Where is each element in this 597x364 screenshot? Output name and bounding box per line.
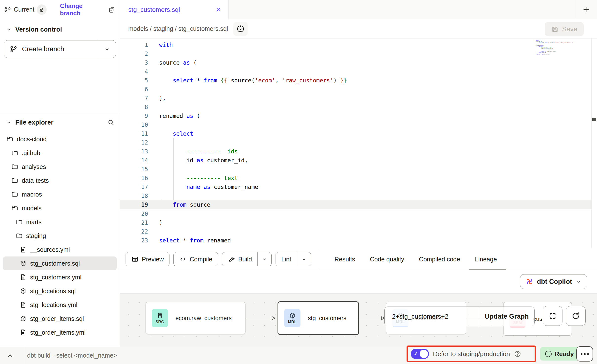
help-icon[interactable] bbox=[514, 350, 521, 358]
tree-item-analyses[interactable]: analyses bbox=[3, 160, 117, 174]
save-button[interactable]: Save bbox=[545, 22, 584, 36]
code-line-7[interactable]: 7), bbox=[120, 94, 591, 103]
code-line-20[interactable]: 20 bbox=[120, 209, 591, 218]
chevron-down-icon bbox=[261, 256, 267, 262]
indent-guide bbox=[160, 85, 160, 94]
more-options-button[interactable] bbox=[576, 346, 593, 362]
new-tab-button[interactable] bbox=[575, 0, 597, 19]
fullscreen-button[interactable] bbox=[543, 306, 562, 326]
tree-item-label: .github bbox=[22, 149, 40, 157]
editor-scrollbar[interactable] bbox=[591, 38, 597, 248]
lineage-node-source[interactable]: SRC ecom.raw_customers bbox=[146, 302, 245, 334]
scrollbar-thumb[interactable] bbox=[592, 118, 596, 121]
dbt-copilot-button[interactable]: dbt Copilot bbox=[520, 274, 587, 289]
status-ready-badge: Ready bbox=[540, 347, 579, 361]
code-line-23[interactable]: 23select * from renamed bbox=[120, 236, 591, 245]
tree-item-marts[interactable]: marts bbox=[3, 215, 117, 229]
tree-item-stg-locations-sql[interactable]: stg_locations.sql bbox=[3, 284, 117, 298]
tree-item-models[interactable]: models bbox=[3, 201, 117, 215]
code-line-6[interactable]: 6 bbox=[120, 85, 591, 94]
code-line-4[interactable]: 4 bbox=[120, 67, 591, 76]
tree-item-stg-customers-sql[interactable]: stg_customers.sql bbox=[3, 256, 117, 270]
indent-guide bbox=[173, 165, 174, 174]
lineage-canvas[interactable]: SRC ecom.raw_customers MDL stg_customers bbox=[120, 293, 597, 347]
code-line-13[interactable]: 13 ---------- ids bbox=[120, 147, 591, 156]
code-editor[interactable]: 1with23source as (45 select * from {{ so… bbox=[120, 38, 597, 248]
tab-stg-customers-sql[interactable]: stg_customers.sql bbox=[120, 0, 229, 19]
explore-gauge-icon[interactable] bbox=[233, 22, 248, 36]
close-icon[interactable] bbox=[215, 6, 222, 13]
change-branch-link[interactable]: Change branch bbox=[60, 2, 102, 17]
lock-icon bbox=[39, 7, 45, 13]
code-line-2[interactable]: 2 bbox=[120, 49, 591, 58]
code-lines[interactable]: 1with23source as (45 select * from {{ so… bbox=[120, 40, 591, 245]
preview-button[interactable]: Preview bbox=[126, 252, 169, 266]
collapse-panel-button[interactable] bbox=[6, 351, 14, 360]
build-dropdown[interactable] bbox=[257, 252, 271, 266]
search-icon[interactable] bbox=[107, 119, 115, 126]
check-icon: ✓ bbox=[414, 350, 418, 357]
tree-item-label: analyses bbox=[22, 163, 46, 170]
toggle-knob bbox=[420, 350, 428, 358]
tree-item-staging[interactable]: staging bbox=[3, 229, 117, 243]
folder-icon bbox=[11, 163, 18, 170]
code-line-15[interactable]: 15 bbox=[120, 165, 591, 174]
tab-compiled-code[interactable]: Compiled code bbox=[419, 248, 460, 270]
minimap[interactable]: withsource as ( select * from {{ source(… bbox=[536, 40, 588, 56]
code-line-21[interactable]: 21) bbox=[120, 218, 591, 227]
update-graph-button[interactable]: Update Graph bbox=[479, 307, 534, 326]
lint-dropdown[interactable] bbox=[297, 252, 311, 266]
tree-item-stg-order-items-yml[interactable]: stg_order_items.yml bbox=[3, 326, 117, 339]
doc-icon bbox=[20, 329, 27, 336]
defer-toggle-label: Defer to staging/production bbox=[433, 350, 510, 358]
defer-annotation-box: ✓ Defer to staging/production bbox=[407, 346, 536, 362]
tree-item-stg-order-items-sql[interactable]: stg_order_items.sql bbox=[3, 312, 117, 326]
code-icon bbox=[179, 255, 187, 263]
code-line-16[interactable]: 16 ---------- text bbox=[120, 174, 591, 182]
src-badge: SRC bbox=[152, 309, 168, 327]
chevron-down-icon[interactable] bbox=[6, 120, 12, 126]
lineage-selector-input[interactable]: 2+stg_customers+2 bbox=[385, 307, 479, 326]
code-line-17[interactable]: 17 name as customer_name bbox=[120, 182, 591, 191]
tab-code-quality[interactable]: Code quality bbox=[370, 248, 404, 270]
copy-branch-icon[interactable] bbox=[108, 6, 115, 13]
tree-item--sources-yml[interactable]: __sources.yml bbox=[3, 243, 117, 256]
tab-results[interactable]: Results bbox=[335, 248, 355, 270]
file-explorer-title: File explorer bbox=[15, 119, 104, 126]
code-line-22[interactable]: 22 bbox=[120, 227, 591, 236]
code-line-9[interactable]: 9renamed as ( bbox=[120, 111, 591, 120]
create-branch-button[interactable]: Create branch bbox=[4, 40, 116, 58]
tree-item-docs-cloud[interactable]: docs-cloud bbox=[3, 132, 117, 146]
chevron-down-icon[interactable] bbox=[6, 27, 12, 33]
code-line-3[interactable]: 3source as ( bbox=[120, 58, 591, 67]
indent-guide bbox=[160, 165, 160, 174]
create-branch-dropdown[interactable] bbox=[98, 40, 116, 58]
build-button[interactable]: Build bbox=[222, 252, 272, 266]
tree-item-stg-locations-yml[interactable]: stg_locations.yml bbox=[3, 298, 117, 312]
code-line-14[interactable]: 14 id as customer_id, bbox=[120, 156, 591, 165]
tree-item--github[interactable]: .github bbox=[3, 146, 117, 160]
code-line-8[interactable]: 8 bbox=[120, 103, 591, 111]
code-line-1[interactable]: 1with bbox=[120, 40, 591, 49]
defer-toggle[interactable]: ✓ bbox=[411, 349, 429, 359]
editor-toolbar: Preview Compile bbox=[120, 248, 597, 270]
code-line-11[interactable]: 11 select bbox=[120, 129, 591, 138]
compile-button[interactable]: Compile bbox=[173, 252, 218, 266]
code-line-12[interactable]: 12 bbox=[120, 138, 591, 147]
lint-button[interactable]: Lint bbox=[276, 252, 311, 266]
tree-item-data-tests[interactable]: data-tests bbox=[3, 174, 117, 187]
code-line-10[interactable]: 10 bbox=[120, 120, 591, 129]
code-line-5[interactable]: 5 select * from {{ source('ecom', 'raw_c… bbox=[120, 76, 591, 85]
tree-item-stg-customers-yml[interactable]: stg_customers.yml bbox=[3, 270, 117, 284]
line-number: 9 bbox=[120, 111, 148, 120]
copilot-row: dbt Copilot bbox=[120, 271, 597, 293]
indent-guide bbox=[160, 120, 160, 129]
tree-item-macros[interactable]: macros bbox=[3, 187, 117, 201]
tab-lineage[interactable]: Lineage bbox=[475, 248, 497, 270]
code-line-19[interactable]: 19 from source bbox=[120, 200, 591, 209]
lineage-node-stg-customers[interactable]: MDL stg_customers bbox=[278, 301, 359, 335]
sidebar: Current Change branch Version control bbox=[0, 0, 120, 347]
code-line-18[interactable]: 18 bbox=[120, 191, 591, 200]
command-input[interactable]: dbt build --select <model_name> bbox=[27, 347, 117, 364]
refresh-button[interactable] bbox=[566, 306, 586, 326]
